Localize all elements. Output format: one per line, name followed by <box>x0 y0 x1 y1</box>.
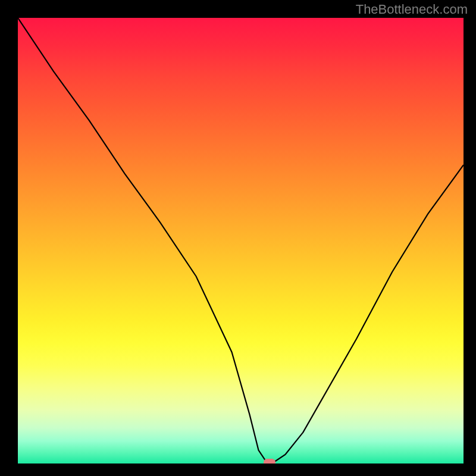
curve-path <box>18 18 464 464</box>
watermark-text: TheBottleneck.com <box>356 2 468 17</box>
plot-area <box>18 18 464 464</box>
optimal-point-marker <box>264 459 275 464</box>
chart-container: TheBottleneck.com <box>0 0 476 476</box>
bottleneck-curve <box>18 18 464 464</box>
